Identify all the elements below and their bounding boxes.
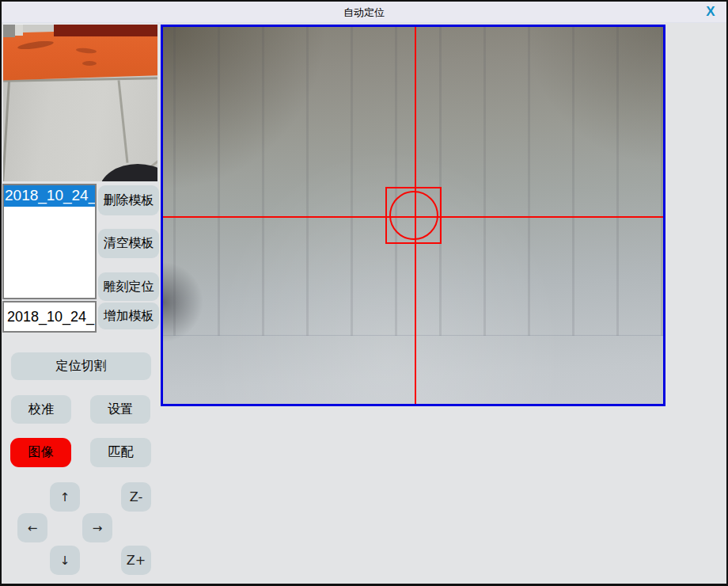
- close-icon[interactable]: X: [701, 3, 720, 21]
- engrave-position-button[interactable]: 雕刻定位: [98, 272, 159, 301]
- jog-left-button[interactable]: ←: [17, 513, 47, 542]
- jog-z-plus-button[interactable]: Z+: [121, 546, 151, 575]
- jog-z-minus-button[interactable]: Z-: [121, 482, 151, 512]
- template-list[interactable]: 2018_10_24_11: [2, 184, 97, 299]
- jog-right-button[interactable]: →: [82, 513, 112, 542]
- delete-template-button[interactable]: 删除模板: [98, 185, 159, 215]
- settings-button[interactable]: 设置: [90, 395, 150, 424]
- template-list-item[interactable]: 2018_10_24_11: [4, 185, 95, 207]
- add-template-button[interactable]: 增加模板: [98, 303, 159, 329]
- jog-down-button[interactable]: ↓: [50, 546, 80, 575]
- match-button[interactable]: 匹配: [90, 438, 151, 467]
- jog-up-button[interactable]: ↑: [50, 482, 80, 512]
- thumb-white-patch: [15, 25, 23, 36]
- target-circle-overlay: [389, 191, 438, 240]
- title-bar: 自动定位 X: [2, 2, 726, 23]
- calibrate-button[interactable]: 校准: [11, 395, 71, 424]
- thumb-gray-patch: [3, 25, 15, 37]
- image-button-active[interactable]: 图像: [10, 438, 71, 467]
- thumb-smudge: [82, 61, 97, 66]
- dialog-title: 自动定位: [2, 6, 726, 20]
- auto-position-dialog: 自动定位 X 2018_10_24_11 删除模板 清空模板 雕刻定位 增加模板…: [0, 0, 728, 586]
- template-preview-image: [3, 24, 157, 181]
- clear-templates-button[interactable]: 清空模板: [98, 229, 159, 258]
- camera-view: [161, 25, 665, 406]
- thumb-darkred-beam: [54, 25, 157, 36]
- camera-ceiling-stripes: [163, 27, 663, 336]
- template-name-input[interactable]: [2, 301, 97, 333]
- position-cut-button[interactable]: 定位切割: [11, 352, 151, 380]
